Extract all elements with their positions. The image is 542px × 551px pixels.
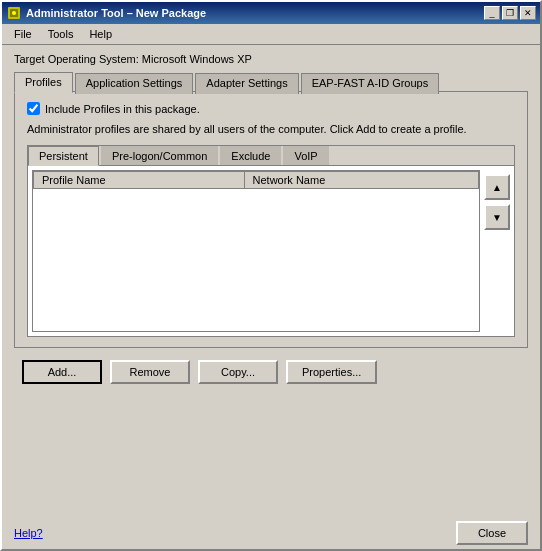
menu-help[interactable]: Help [81,26,120,42]
down-arrow-icon: ▼ [492,212,502,223]
svg-point-2 [12,11,16,15]
menu-bar: File Tools Help [2,24,540,45]
profiles-description: Administrator profiles are shared by all… [27,123,515,135]
title-buttons: _ ❐ ✕ [484,6,536,20]
footer: Help? Close [2,515,540,549]
main-content: Target Operating System: Microsoft Windo… [2,45,540,550]
inner-tab-voip[interactable]: VoIP [283,146,328,165]
tab-adapter-settings[interactable]: Adapter Settings [195,73,298,94]
bottom-buttons: Add... Remove Copy... Properties... [14,360,528,384]
remove-button[interactable]: Remove [110,360,190,384]
help-link[interactable]: Help? [14,527,43,539]
arrow-buttons: ▲ ▼ [484,170,510,332]
close-button[interactable]: Close [456,521,528,545]
include-profiles-label: Include Profiles in this package. [45,103,200,115]
close-titlebar-button[interactable]: ✕ [520,6,536,20]
inner-tab-persistent[interactable]: Persistent [28,146,99,166]
profiles-table-wrapper: Profile Name Network Name [32,170,480,332]
profiles-table-body [34,189,479,332]
empty-row-4 [34,260,479,284]
add-button[interactable]: Add... [22,360,102,384]
col-network-name: Network Name [244,172,478,189]
inner-tabs-row: Persistent Pre-logon/Common Exclude VoIP [28,146,514,166]
table-and-arrows: Profile Name Network Name [28,166,514,336]
inner-tab-exclude[interactable]: Exclude [220,146,281,165]
app-icon [6,5,22,21]
include-profiles-checkbox[interactable] [27,102,40,115]
main-window: Administrator Tool – New Package _ ❐ ✕ F… [0,0,542,551]
empty-row-2 [34,213,479,237]
empty-row-3 [34,236,479,260]
minimize-button[interactable]: _ [484,6,500,20]
profiles-table: Profile Name Network Name [33,171,479,331]
empty-row-1 [34,189,479,213]
os-label: Target Operating System: Microsoft Windo… [14,53,528,65]
tab-eap-fast[interactable]: EAP-FAST A-ID Groups [301,73,440,94]
tab-content-profiles: Include Profiles in this package. Admini… [14,91,528,348]
restore-button[interactable]: ❐ [502,6,518,20]
properties-button[interactable]: Properties... [286,360,377,384]
outer-tabs-row: Profiles Application Settings Adapter Se… [14,71,528,92]
up-arrow-icon: ▲ [492,182,502,193]
title-bar-left: Administrator Tool – New Package [6,5,206,21]
col-profile-name: Profile Name [34,172,245,189]
empty-row-5 [34,284,479,308]
menu-tools[interactable]: Tools [40,26,82,42]
inner-tab-prelogon[interactable]: Pre-logon/Common [101,146,218,165]
include-profiles-row: Include Profiles in this package. [27,102,515,115]
inner-tab-control: Persistent Pre-logon/Common Exclude VoIP… [27,145,515,337]
window-title: Administrator Tool – New Package [26,7,206,19]
copy-button[interactable]: Copy... [198,360,278,384]
move-down-button[interactable]: ▼ [484,204,510,230]
tab-profiles[interactable]: Profiles [14,72,73,93]
move-up-button[interactable]: ▲ [484,174,510,200]
menu-file[interactable]: File [6,26,40,42]
tab-application-settings[interactable]: Application Settings [75,73,194,94]
empty-row-6 [34,307,479,331]
title-bar: Administrator Tool – New Package _ ❐ ✕ [2,2,540,24]
